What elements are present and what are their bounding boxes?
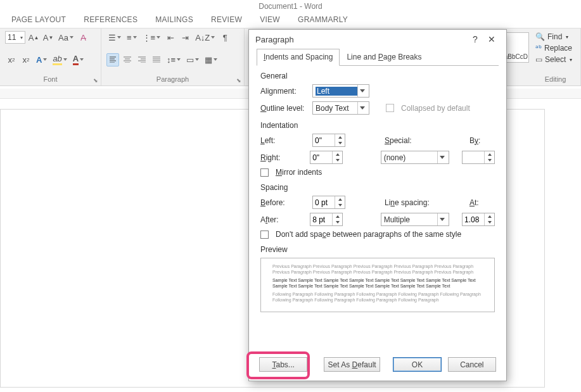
tab-indents-spacing[interactable]: Indents and Spacing — [257, 49, 340, 66]
ribbon-tab-view[interactable]: VIEW — [260, 15, 280, 24]
line-spacing-label: Line spacing: — [385, 198, 440, 207]
numbering-icon[interactable]: ≡ — [125, 31, 139, 44]
align-center-icon[interactable] — [121, 53, 134, 66]
alignment-label: Alignment: — [260, 87, 309, 96]
ribbon-group-label: Paragraph — [106, 75, 239, 84]
collapsed-checkbox[interactable] — [386, 104, 394, 112]
help-button[interactable]: ? — [467, 34, 483, 44]
select-button[interactable]: ▭Select▾ — [535, 54, 575, 65]
section-header-indentation: Indentation — [260, 121, 495, 130]
indent-left-spinner[interactable] — [312, 134, 345, 147]
shading-icon[interactable]: ▭ — [184, 53, 201, 66]
outline-level-select[interactable]: Body Text — [312, 101, 369, 115]
paragraph-dialog-launcher-icon[interactable]: ⬊ — [236, 77, 241, 84]
mirror-indents-label: Mirror indents — [276, 168, 322, 177]
borders-icon[interactable]: ▦ — [203, 53, 219, 66]
section-header-general: General — [260, 72, 495, 80]
section-header-preview: Preview — [260, 245, 495, 254]
ribbon-tab-references[interactable]: REFERENCES — [84, 15, 137, 24]
align-left-icon[interactable] — [106, 53, 119, 66]
ribbon-group-label: Font — [5, 75, 96, 84]
indent-right-label: Right: — [260, 153, 306, 162]
cancel-button[interactable]: Cancel — [448, 357, 496, 372]
after-spinner[interactable] — [310, 213, 343, 226]
ribbon-tabs: PAGE LAYOUT REFERENCES MAILINGS REVIEW V… — [0, 13, 581, 28]
outline-level-label: Outline level: — [260, 104, 309, 113]
by-label: By: — [469, 136, 495, 145]
special-label: Special: — [385, 136, 428, 145]
find-button[interactable]: 🔍Find▾ — [535, 31, 575, 42]
at-spinner[interactable] — [462, 213, 495, 226]
ribbon-group-paragraph: ☰ ≡ ⋮≡ ⇤ ⇥ A↓Z ¶ ↕≡ ▭ ▦ Paragraph — [101, 28, 245, 85]
superscript-icon[interactable]: x2 — [20, 53, 32, 66]
dialog-title: Paragraph — [255, 35, 294, 44]
ribbon-group-font: 11▾ A▲ A▼ Aa A̶ x2 x2 A ab A Font ⬊ — [0, 28, 101, 85]
ribbon-tab-review[interactable]: REVIEW — [211, 15, 242, 24]
mirror-indents-checkbox[interactable] — [260, 168, 269, 177]
multilevel-list-icon[interactable]: ⋮≡ — [141, 31, 163, 44]
ribbon-group-editing: 🔍Find▾ ᵃᵇReplace ▭Select▾ Editing — [530, 28, 581, 85]
font-dialog-launcher-icon[interactable]: ⬊ — [93, 77, 98, 84]
preview-box: Previous Paragraph Previous Paragraph Pr… — [260, 258, 495, 312]
subscript-icon[interactable]: x2 — [5, 53, 18, 66]
sort-icon[interactable]: A↓Z — [193, 31, 217, 44]
find-icon: 🔍 — [535, 32, 545, 41]
ribbon-group-label: Editing — [535, 75, 575, 84]
show-marks-icon[interactable]: ¶ — [219, 31, 231, 44]
section-header-spacing: Spacing — [260, 183, 495, 192]
highlight-icon[interactable]: ab — [51, 53, 68, 66]
line-spacing-icon[interactable]: ↕≡ — [165, 53, 182, 66]
set-as-default-button[interactable]: Set As Default — [324, 357, 380, 372]
decrease-indent-icon[interactable]: ⇤ — [164, 31, 177, 44]
line-spacing-select[interactable]: Multiple — [381, 213, 450, 226]
ribbon-tab-grammarly[interactable]: GRAMMARLY — [298, 15, 348, 24]
dont-add-space-checkbox[interactable] — [260, 231, 269, 239]
ribbon-tab-mailings[interactable]: MAILINGS — [155, 15, 193, 24]
replace-icon: ᵃᵇ — [535, 44, 542, 53]
indent-right-spinner[interactable] — [310, 151, 343, 164]
special-select[interactable]: (none) — [381, 151, 450, 164]
justify-icon[interactable] — [150, 53, 163, 66]
text-effects-icon[interactable]: A — [34, 53, 49, 66]
tab-line-page-breaks[interactable]: Line and Page Breaks — [340, 49, 428, 66]
alignment-select[interactable]: Left — [312, 84, 369, 98]
increase-indent-icon[interactable]: ⇥ — [179, 31, 191, 44]
shrink-font-icon[interactable]: A▼ — [42, 31, 54, 44]
tabs-button[interactable]: Tabs... — [259, 357, 307, 372]
replace-button[interactable]: ᵃᵇReplace — [535, 42, 575, 54]
font-color-icon[interactable]: A — [71, 53, 86, 66]
align-right-icon[interactable] — [136, 53, 148, 66]
indent-left-label: Left: — [260, 136, 309, 145]
window-title: Document1 - Word — [0, 0, 581, 13]
select-icon: ▭ — [535, 55, 542, 64]
ok-button[interactable]: OK — [393, 357, 441, 372]
paragraph-dialog: Paragraph ? ✕ Indents and Spacing Line a… — [248, 29, 507, 381]
before-label: Before: — [260, 198, 309, 207]
before-spinner[interactable] — [312, 196, 345, 209]
by-spinner[interactable] — [462, 151, 495, 164]
ribbon-tab-page-layout[interactable]: PAGE LAYOUT — [11, 15, 66, 24]
grow-font-icon[interactable]: A▲ — [27, 31, 40, 44]
clear-formatting-icon[interactable]: A̶ — [77, 31, 90, 44]
bullets-icon[interactable]: ☰ — [106, 31, 123, 44]
close-button[interactable]: ✕ — [483, 34, 500, 44]
at-label: At: — [469, 198, 495, 207]
font-size-input[interactable]: 11▾ — [5, 31, 25, 44]
dont-add-space-label: Don't add space between paragraphs of th… — [276, 230, 461, 239]
change-case-icon[interactable]: Aa — [56, 31, 75, 44]
collapsed-label: Collapsed by default — [401, 104, 470, 113]
after-label: After: — [260, 215, 306, 224]
